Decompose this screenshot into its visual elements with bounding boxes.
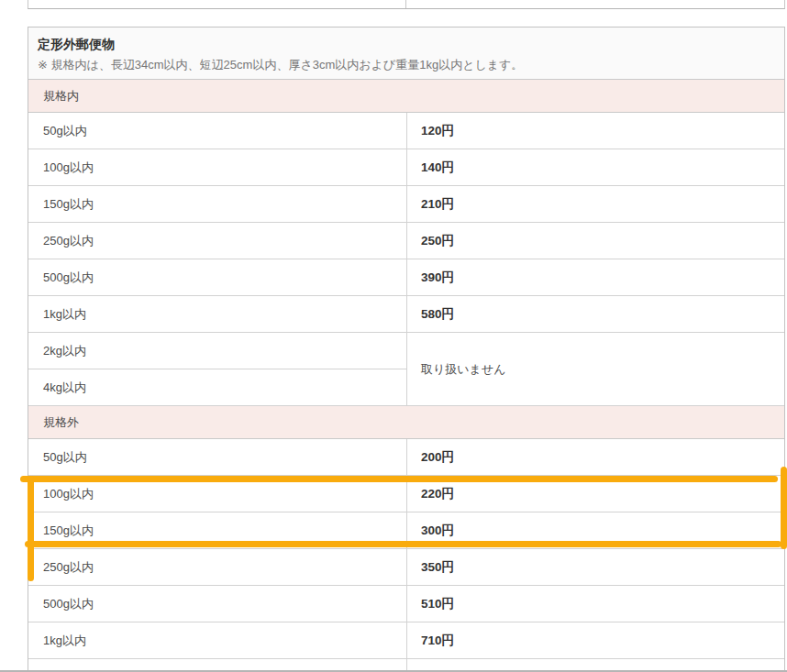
weight-cell: 500g以内 xyxy=(28,259,407,295)
highlight-box-right-edge xyxy=(781,467,787,549)
price-cell: 210円 xyxy=(407,186,784,222)
fee-row: 500g以内510円 xyxy=(28,586,784,622)
merged-fee-rows: 2kg以内4kg以内取り扱いません xyxy=(28,333,784,406)
fee-row: 1kg以内580円 xyxy=(28,296,784,333)
page-body: 定形外郵便物 ※ 規格内は、長辺34cm以内、短辺25cm以内、厚さ3cm以内お… xyxy=(0,0,787,672)
merged-weight-column: 2kg以内4kg以内 xyxy=(28,333,407,405)
table-header-block: 定形外郵便物 ※ 規格内は、長辺34cm以内、短辺25cm以内、厚さ3cm以内お… xyxy=(28,28,784,80)
weight-cell: 500g以内 xyxy=(28,586,407,622)
highlight-box-top-edge xyxy=(20,476,778,482)
section-header-row: 規格内 xyxy=(28,80,784,113)
fee-row: 500g以内390円 xyxy=(28,259,784,296)
price-cell: 390円 xyxy=(407,259,784,295)
table-title: 定形外郵便物 xyxy=(38,35,775,54)
price-cell: 510円 xyxy=(407,586,784,622)
section-header-row: 規格外 xyxy=(28,406,784,439)
fee-row: 150g以内210円 xyxy=(28,186,784,223)
price-cell: 取り扱いません xyxy=(407,333,784,405)
weight-cell: 100g以内 xyxy=(28,149,407,185)
fee-row: 250g以内350円 xyxy=(28,549,784,586)
weight-cell: 4kg以内 xyxy=(28,369,406,405)
weight-cell: 1kg以内 xyxy=(28,622,407,658)
price-cell: 580円 xyxy=(407,296,784,332)
previous-table-right-cell xyxy=(406,0,784,8)
price-cell: 140円 xyxy=(407,149,784,185)
fee-row: 50g以内200円 xyxy=(28,439,784,476)
fee-row: 1kg以内710円 xyxy=(28,622,784,659)
weight-cell: 50g以内 xyxy=(28,439,407,475)
fee-row: 250g以内250円 xyxy=(28,223,784,259)
price-cell: 200円 xyxy=(407,439,784,475)
price-cell: 350円 xyxy=(407,549,784,585)
fee-row: 50g以内120円 xyxy=(28,113,784,149)
price-cell: 120円 xyxy=(407,113,784,149)
fee-row: 100g以内140円 xyxy=(28,149,784,186)
weight-cell: 150g以内 xyxy=(28,186,407,222)
highlight-box-left-edge xyxy=(28,476,34,581)
table-note: ※ 規格内は、長辺34cm以内、短辺25cm以内、厚さ3cm以内および重量1kg… xyxy=(38,56,775,74)
previous-table-row-fragment xyxy=(28,0,785,9)
price-cell: 250円 xyxy=(407,223,784,259)
price-cell: 710円 xyxy=(407,622,784,658)
weight-cell: 2kg以内 xyxy=(28,333,406,369)
previous-table-left-cell xyxy=(28,0,406,8)
weight-cell: 250g以内 xyxy=(28,223,407,259)
weight-cell: 250g以内 xyxy=(28,549,407,585)
oversized-mail-fee-table: 定形外郵便物 ※ 規格内は、長辺34cm以内、短辺25cm以内、厚さ3cm以内お… xyxy=(28,27,785,672)
weight-cell: 50g以内 xyxy=(28,113,407,149)
weight-cell: 1kg以内 xyxy=(28,296,407,332)
fee-rows-container: 規格内50g以内120円100g以内140円150g以内210円250g以内25… xyxy=(28,80,784,659)
highlight-box-bottom-edge xyxy=(25,541,781,547)
